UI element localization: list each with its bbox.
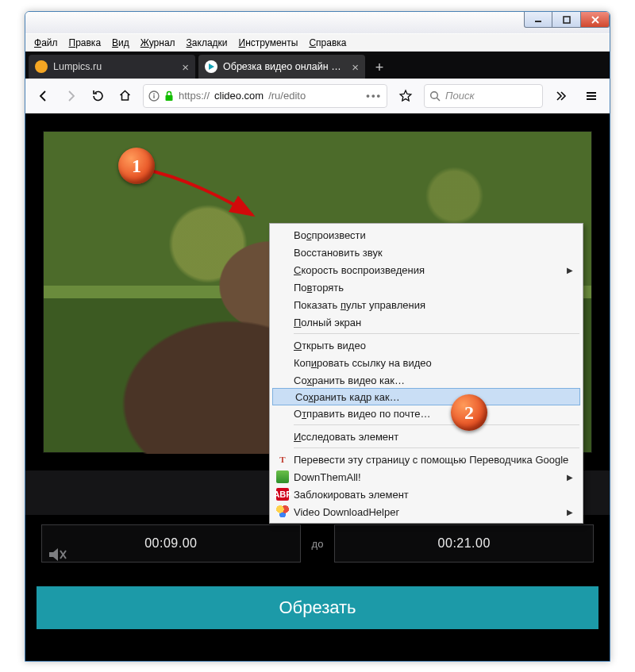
search-box[interactable]: Поиск xyxy=(424,84,543,108)
ctx-label: Сохранить кадр как… xyxy=(295,391,400,403)
svg-rect-8 xyxy=(166,95,173,101)
window-controls xyxy=(524,12,610,33)
ctx-item[interactable]: ABPЗаблокировать элемент xyxy=(271,486,581,503)
ctx-item[interactable]: TПеревести эту страницу с помощью Перево… xyxy=(271,451,581,468)
tab-close-icon[interactable]: × xyxy=(182,61,189,73)
ctx-label: Сохранить видео как… xyxy=(294,374,405,386)
maximize-button[interactable] xyxy=(552,12,581,28)
ctx-item[interactable]: Сохранить кадр как… xyxy=(272,388,580,405)
ctx-item[interactable]: Воспроизвести xyxy=(271,226,581,244)
new-tab-button[interactable]: + xyxy=(368,56,391,79)
svg-point-6 xyxy=(153,93,155,94)
menu-file[interactable]: Файл xyxy=(29,36,64,50)
ctx-label: DownThemAll! xyxy=(294,471,361,483)
ctx-item[interactable]: Показать пульт управления xyxy=(271,296,581,313)
search-placeholder: Поиск xyxy=(445,90,475,102)
tab-lumpics[interactable]: Lumpics.ru × xyxy=(29,55,195,79)
svg-line-10 xyxy=(437,98,440,101)
overflow-button[interactable] xyxy=(549,84,573,108)
mute-icon[interactable] xyxy=(46,543,70,567)
vdh-icon xyxy=(276,505,289,518)
ctx-item[interactable]: Скорость воспроизведения▶ xyxy=(271,261,581,278)
action-bar: Обрезать xyxy=(25,572,610,642)
ctx-item[interactable]: Video DownloadHelper▶ xyxy=(271,503,581,520)
ctx-label: Заблокировать элемент xyxy=(294,489,409,501)
menu-edit[interactable]: Правка xyxy=(64,36,107,50)
nav-bar: https://clideo.com/ru/edito ••• Поиск xyxy=(25,79,610,113)
ctx-label: Исследовать элемент xyxy=(294,431,398,443)
url-bar[interactable]: https://clideo.com/ru/edito ••• xyxy=(143,84,387,108)
ctx-item[interactable]: Повторять xyxy=(271,278,581,296)
ctx-label: Повторять xyxy=(294,282,344,294)
ctx-label: Открыть видео xyxy=(294,340,366,351)
menu-view[interactable]: Вид xyxy=(106,36,135,50)
ctx-label: Показать пульт управления xyxy=(294,299,425,311)
tab-title: Lumpics.ru xyxy=(53,61,177,72)
time-from-input[interactable]: 00:09.00 xyxy=(41,524,301,563)
ctx-label: Копировать ссылку на видео xyxy=(294,357,432,369)
ctx-label: Перевести эту страницу с помощью Перевод… xyxy=(294,454,568,466)
ctx-label: Отправить видео по почте… xyxy=(294,408,431,420)
ctx-item[interactable]: DownThemAll!▶ xyxy=(271,468,581,486)
svg-marker-4 xyxy=(209,63,214,70)
tab-title: Обрезка видео онлайн — Обр xyxy=(223,61,347,72)
favicon-lumpics xyxy=(35,60,48,73)
lock-icon xyxy=(164,90,174,102)
svg-rect-1 xyxy=(564,17,570,23)
dta-icon xyxy=(276,470,289,483)
ctx-item[interactable]: Отправить видео по почте… xyxy=(271,405,581,422)
submenu-arrow-icon: ▶ xyxy=(567,266,573,275)
ctx-label: Воспроизвести xyxy=(294,229,366,241)
info-icon xyxy=(148,90,160,102)
ctx-label: Полный экран xyxy=(294,317,361,328)
ctx-label: Восстановить звук xyxy=(294,247,383,259)
menu-bar: Файл Правка Вид Журнал Закладки Инструме… xyxy=(25,34,610,52)
window-titlebar xyxy=(25,12,610,34)
url-scheme: https:// xyxy=(179,90,210,102)
forward-button[interactable] xyxy=(59,84,83,108)
t-icon: T xyxy=(276,453,289,466)
ctx-item[interactable]: Копировать ссылку на видео xyxy=(271,354,581,371)
submenu-arrow-icon: ▶ xyxy=(567,473,573,482)
ctx-item[interactable]: Полный экран xyxy=(271,313,581,331)
annotation-badge-1: 1 xyxy=(118,148,155,184)
close-button[interactable] xyxy=(581,12,610,28)
favicon-clideo xyxy=(205,60,217,73)
home-button[interactable] xyxy=(113,84,137,108)
minimize-button[interactable] xyxy=(524,12,552,28)
cut-button[interactable]: Обрезать xyxy=(37,586,598,629)
url-host: clideo.com xyxy=(214,90,264,102)
menu-tools[interactable]: Инструменты xyxy=(233,36,304,50)
annotation-badge-2: 2 xyxy=(451,394,487,431)
ctx-item[interactable]: Открыть видео xyxy=(271,336,581,354)
abp-icon: ABP xyxy=(276,488,289,501)
time-to-label: до xyxy=(312,538,324,550)
bookmark-star-button[interactable] xyxy=(394,84,418,108)
tab-close-icon[interactable]: × xyxy=(352,61,359,73)
menu-bookmarks[interactable]: Закладки xyxy=(181,36,233,50)
svg-rect-7 xyxy=(153,95,154,98)
context-menu: ВоспроизвестиВосстановить звукСкорость в… xyxy=(269,223,583,524)
ctx-label: Скорость воспроизведения xyxy=(294,264,425,276)
submenu-arrow-icon: ▶ xyxy=(567,508,573,516)
back-button[interactable] xyxy=(32,84,56,108)
page-actions-icon[interactable]: ••• xyxy=(366,90,382,102)
hamburger-menu-button[interactable] xyxy=(579,84,603,108)
search-icon xyxy=(429,90,441,102)
ctx-item[interactable]: Сохранить видео как… xyxy=(271,371,581,389)
ctx-item[interactable]: Исследовать элемент xyxy=(271,428,581,445)
reload-button[interactable] xyxy=(86,84,110,108)
menu-help[interactable]: Справка xyxy=(303,36,352,50)
tab-strip: Lumpics.ru × Обрезка видео онлайн — Обр … xyxy=(25,52,610,79)
ctx-item[interactable]: Восстановить звук xyxy=(271,244,581,261)
time-to-input[interactable]: 00:21.00 xyxy=(334,524,594,563)
menu-history[interactable]: Журнал xyxy=(135,36,181,50)
url-path: /ru/edito xyxy=(268,90,306,102)
ctx-label: Video DownloadHelper xyxy=(294,506,399,518)
tab-clideo[interactable]: Обрезка видео онлайн — Обр × xyxy=(198,55,365,79)
svg-point-9 xyxy=(431,91,438,98)
